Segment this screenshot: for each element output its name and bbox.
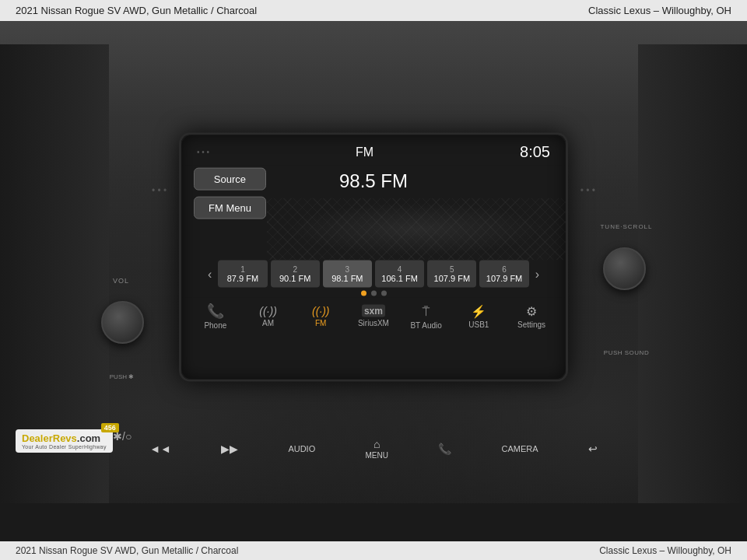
watermark-tagline: Your Auto Dealer SuperHighway: [22, 444, 107, 450]
preset-freq-3: 98.1 FM: [326, 274, 369, 283]
photo-area: • • • • • • • • • FM 8:05 98.5 FM Source…: [0, 21, 747, 503]
preset-btn-3[interactable]: 3 98.1 FM: [323, 261, 372, 288]
diamond-texture-area: [267, 198, 566, 261]
screen-mode-label: FM: [209, 145, 520, 159]
media-phone-btn[interactable]: 📞 Phone: [194, 303, 237, 330]
media-bt-btn[interactable]: ⍑ BT Audio: [405, 303, 447, 329]
camera-button[interactable]: CAMERA: [501, 444, 538, 453]
dots-right: • • •: [580, 185, 595, 196]
preset-freq-1: 87.9 FM: [221, 274, 264, 283]
settings-icon: ⚙: [526, 303, 537, 318]
vol-knob[interactable]: [101, 301, 144, 344]
screen-top-row: • • • FM 8:05: [181, 135, 566, 166]
bottom-button-bar: ✱/○ ◄◄ ▶▶ AUDIO ⌂ MENU 📞 CAMERA ↩: [124, 438, 622, 460]
watermark-box: DealerRevs .com Your Auto Dealer SuperHi…: [16, 429, 113, 453]
dots-left: • • •: [152, 185, 167, 196]
next-preset-arrow[interactable]: ›: [532, 267, 542, 281]
usb-icon: ⚡: [471, 303, 486, 318]
media-am-btn[interactable]: ((·)) AM: [247, 305, 289, 327]
watermark-brand: DealerRevs: [22, 432, 77, 444]
am-icon: ((·)): [259, 305, 277, 317]
preset-btn-6[interactable]: 6 107.9 FM: [479, 261, 528, 288]
preset-freq-2: 90.1 FM: [274, 274, 317, 283]
presets-section: ‹ 1 87.9 FM 2 90.1 FM 3 98.1 FM 4: [181, 261, 566, 298]
preset-btn-1[interactable]: 1 87.9 FM: [218, 261, 267, 288]
source-button[interactable]: Source: [194, 168, 266, 191]
rewind-button[interactable]: ◄◄: [149, 443, 171, 455]
watermark-dot-com: .com: [77, 432, 100, 444]
media-siriusxm-btn[interactable]: sxm SiriusXM: [352, 305, 395, 327]
audio-button[interactable]: AUDIO: [288, 444, 315, 453]
rewind-icon: ◄◄: [149, 443, 171, 455]
back-button[interactable]: ↩: [588, 443, 598, 455]
preset-num-5: 5: [430, 265, 473, 274]
top-bar-right: Classic Lexus – Willoughby, OH: [588, 5, 731, 16]
back-icon: ↩: [588, 443, 598, 455]
media-usb-btn[interactable]: ⚡ USB1: [458, 303, 500, 328]
vol-label: VOL: [100, 277, 142, 285]
right-panel: [638, 44, 747, 503]
tune-scroll-label: TUNE·SCROLL: [599, 223, 654, 230]
screen-dots: • • •: [197, 148, 209, 156]
bottom-bar-right: Classic Lexus – Willoughby, OH: [599, 545, 731, 556]
dot-3: [381, 291, 387, 296]
bluetooth-icon: ⍑: [422, 303, 430, 319]
home-icon: ⌂: [365, 438, 388, 450]
phone-label: Phone: [204, 321, 226, 330]
top-bar-left: 2021 Nissan Rogue SV AWD, Gun Metallic /…: [16, 5, 257, 16]
preset-btn-5[interactable]: 5 107.9 FM: [427, 261, 476, 288]
preset-num-3: 3: [326, 265, 369, 274]
phone-icon: 📞: [207, 303, 224, 320]
phone-call-button[interactable]: 📞: [438, 443, 451, 455]
bottom-bar-left: 2021 Nissan Rogue SV AWD, Gun Metallic /…: [16, 545, 238, 556]
watermark: DealerRevs .com Your Auto Dealer SuperHi…: [16, 429, 113, 453]
media-settings-btn[interactable]: ⚙ Settings: [510, 303, 553, 328]
prev-preset-arrow[interactable]: ‹: [205, 267, 215, 281]
fm-menu-button[interactable]: FM Menu: [194, 197, 266, 219]
am-label: AM: [262, 319, 274, 327]
siriusxm-icon: sxm: [362, 305, 385, 317]
settings-label: Settings: [517, 320, 545, 328]
preset-btn-4[interactable]: 4 106.1 FM: [375, 261, 424, 288]
preset-num-4: 4: [378, 265, 421, 274]
menu-button[interactable]: ⌂ MENU: [365, 438, 388, 460]
fm-icon: ((·)): [312, 305, 330, 317]
menu-label: MENU: [365, 451, 388, 460]
diamond-pattern: [267, 198, 566, 261]
media-icons-row: 📞 Phone ((·)) AM ((·)) FM sxm SiriusXM: [181, 298, 566, 334]
usb-label: USB1: [468, 320, 489, 328]
siriusxm-label: SiriusXM: [358, 319, 389, 327]
push-sound-label: PUSH SOUND: [596, 349, 657, 356]
call-icon: 📞: [438, 443, 451, 455]
preset-num-1: 1: [221, 265, 264, 274]
infotainment-screen: • • • FM 8:05 98.5 FM Source FM Menu ‹: [179, 133, 568, 382]
preset-num-6: 6: [482, 265, 525, 274]
dot-2: [371, 291, 377, 296]
fast-forward-button[interactable]: ▶▶: [221, 443, 238, 455]
preset-btn-2[interactable]: 2 90.1 FM: [271, 261, 320, 288]
preset-freq-5: 107.9 FM: [430, 274, 473, 283]
camera-label: CAMERA: [501, 444, 538, 453]
screen-time: 8:05: [520, 143, 550, 161]
bottom-info-bar: 2021 Nissan Rogue SV AWD, Gun Metallic /…: [0, 541, 747, 560]
preset-num-2: 2: [274, 265, 317, 274]
fast-forward-icon: ▶▶: [221, 443, 238, 455]
audio-label: AUDIO: [288, 444, 315, 453]
screen-content: • • • FM 8:05 98.5 FM Source FM Menu ‹: [181, 135, 566, 380]
fm-label: FM: [315, 319, 326, 327]
presets-row: ‹ 1 87.9 FM 2 90.1 FM 3 98.1 FM 4: [205, 261, 542, 288]
control-buttons-group: Source FM Menu: [194, 168, 266, 219]
dot-1: [361, 291, 366, 296]
top-info-bar: 2021 Nissan Rogue SV AWD, Gun Metallic /…: [0, 0, 747, 21]
badge-numbers: 456: [101, 423, 119, 432]
preset-freq-6: 107.9 FM: [482, 274, 525, 283]
indicator-dots: [205, 288, 542, 298]
push-label: PUSH ✱: [96, 373, 147, 380]
media-fm-btn[interactable]: ((·)) FM: [300, 305, 342, 327]
bt-label: BT Audio: [410, 320, 441, 329]
preset-freq-4: 106.1 FM: [378, 274, 421, 283]
